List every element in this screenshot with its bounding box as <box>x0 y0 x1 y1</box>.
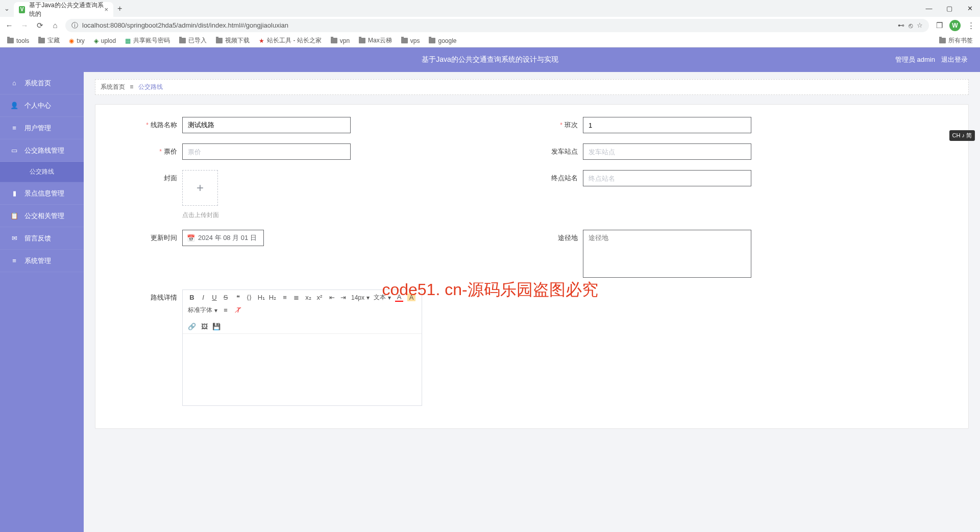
unordered-list-button[interactable]: ≣ <box>292 294 300 301</box>
indent-more-button[interactable]: ⇥ <box>339 294 347 301</box>
ime-indicator[interactable]: CH ♪ 简 <box>949 130 975 141</box>
underline-button[interactable]: U <box>210 294 218 301</box>
person-icon: 👤 <box>10 102 18 110</box>
sidebar-item-home[interactable]: ⌂系统首页 <box>0 72 84 94</box>
bookmark-item[interactable]: tools <box>4 36 32 45</box>
list-icon: ≡ <box>10 124 18 132</box>
italic-button[interactable]: I <box>199 294 207 301</box>
bookmark-item[interactable]: vpn <box>328 36 353 45</box>
sidebar-item-bus-route-mgmt[interactable]: ▭公交路线管理 <box>0 139 84 162</box>
breadcrumb-home[interactable]: 系统首页 <box>101 83 125 90</box>
main-area: 系统首页 ≡ 公交路线 *线路名称 *班次 *票价 <box>84 72 980 532</box>
home-icon: ⌂ <box>10 79 18 87</box>
h1-button[interactable]: H₁ <box>257 294 265 301</box>
upload-cover-box[interactable]: + <box>182 170 218 206</box>
key-icon[interactable]: ⊷ <box>898 21 904 29</box>
superscript-button[interactable]: x² <box>315 294 324 301</box>
price-label: *票价 <box>131 143 182 160</box>
strike-button[interactable]: S <box>222 294 230 301</box>
chat-icon: ▭ <box>10 147 18 155</box>
address-bar[interactable]: ⓘ localhost:8080/springboot2hda5/admin/d… <box>65 19 929 32</box>
app-header: 基于Java的公共交通查询系统的设计与实现 管理员 admin 退出登录 <box>0 47 980 72</box>
bookmark-item[interactable]: ★站长工具 - 站长之家 <box>256 35 325 46</box>
bookmark-item[interactable]: ◈uplod <box>91 36 119 45</box>
price-input[interactable] <box>182 143 351 160</box>
bookmark-item[interactable]: 已导入 <box>176 35 210 46</box>
url-text: localhost:8080/springboot2hda5/admin/dis… <box>82 21 894 29</box>
via-textarea[interactable] <box>583 230 751 278</box>
reload-button[interactable]: ⟳ <box>35 20 45 31</box>
bookmark-item[interactable]: Max云梯 <box>356 35 395 46</box>
terminal-label: 终点站名 <box>532 170 583 186</box>
frequency-label: *班次 <box>532 117 583 133</box>
logout-link[interactable]: 退出登录 <box>941 55 968 64</box>
font-family-select[interactable]: 标准字体▾ <box>188 306 217 315</box>
quote-button[interactable]: ❝ <box>234 294 242 301</box>
bookmark-item[interactable]: google <box>426 36 459 45</box>
profile-avatar[interactable]: W <box>949 20 961 31</box>
sidebar-item-users[interactable]: ≡用户管理 <box>0 117 84 139</box>
indent-less-button[interactable]: ⇤ <box>328 294 336 301</box>
bookmark-item[interactable]: vps <box>398 36 423 45</box>
image-button[interactable]: 🖼 <box>200 323 208 330</box>
browser-tab[interactable]: V 基于Java的公共交通查询系统的 × <box>14 2 113 17</box>
route-name-input[interactable] <box>182 117 351 133</box>
bold-button[interactable]: B <box>188 294 196 301</box>
admin-label[interactable]: 管理员 admin <box>895 55 935 64</box>
tab-title: 基于Java的公共交通查询系统的 <box>29 1 104 18</box>
close-window-button[interactable]: ✕ <box>960 0 980 17</box>
chevron-down-icon[interactable]: ⌄ <box>4 5 10 12</box>
extensions-button[interactable]: ❐ <box>934 20 944 31</box>
font-size-select[interactable]: 14px▾ <box>351 294 370 301</box>
sidebar-item-bus-route[interactable]: 公交路线 <box>0 162 84 182</box>
close-icon[interactable]: × <box>104 6 108 13</box>
bg-color-button[interactable]: A <box>407 294 415 301</box>
sidebar-item-feedback[interactable]: ✉留言反馈 <box>0 227 84 250</box>
marker-icon: ▮ <box>10 189 18 198</box>
app-title: 基于Java的公共交通查询系统的设计与实现 <box>422 55 558 64</box>
calendar-icon: 📅 <box>187 234 195 242</box>
form-panel: *线路名称 *班次 *票价 发车站点 <box>95 104 969 429</box>
editor-body[interactable] <box>183 334 422 405</box>
h2-button[interactable]: H₂ <box>268 294 277 301</box>
detail-label: 路线详情 <box>131 289 182 306</box>
sidebar-item-personal[interactable]: 👤个人中心 <box>0 94 84 117</box>
depart-input[interactable] <box>583 143 751 160</box>
clear-format-button[interactable]: T̸ <box>234 306 242 314</box>
align-button[interactable]: ≡ <box>222 306 230 314</box>
back-button[interactable]: ← <box>4 20 14 31</box>
all-bookmarks[interactable]: 所有书签 <box>936 35 976 46</box>
route-name-label: *线路名称 <box>131 117 182 133</box>
font-color-button[interactable]: A <box>395 293 403 302</box>
bookmark-item[interactable]: ◉txy <box>66 36 87 45</box>
sidebar-item-system[interactable]: ≡系统管理 <box>0 250 84 272</box>
save-button[interactable]: 💾 <box>212 323 220 330</box>
minimize-button[interactable]: — <box>919 0 939 17</box>
translate-icon[interactable]: ⎋ <box>909 21 913 30</box>
link-button[interactable]: 🔗 <box>188 323 196 330</box>
subscript-button[interactable]: x₂ <box>304 294 312 301</box>
forward-button[interactable]: → <box>19 20 30 31</box>
terminal-input[interactable] <box>583 170 751 186</box>
heading-select[interactable]: 文本▾ <box>374 293 391 302</box>
ordered-list-button[interactable]: ≡ <box>281 294 289 301</box>
sidebar-item-spots[interactable]: ▮景点信息管理 <box>0 182 84 205</box>
new-tab-button[interactable]: + <box>117 4 122 13</box>
menu-button[interactable]: ⋮ <box>966 20 976 31</box>
code-button[interactable]: ⟨⟩ <box>245 294 253 301</box>
sidebar-item-bus-related[interactable]: 📋公交相关管理 <box>0 205 84 227</box>
sidebar: ⌂系统首页 👤个人中心 ≡用户管理 ▭公交路线管理 公交路线 ▮景点信息管理 📋… <box>0 72 84 532</box>
plus-icon: + <box>197 181 204 195</box>
bookmark-item[interactable]: ▦共享账号密码 <box>122 35 173 46</box>
favicon-icon: V <box>19 6 25 13</box>
maximize-button[interactable]: ▢ <box>939 0 960 17</box>
frequency-input[interactable] <box>583 117 751 133</box>
bookmark-item[interactable]: 宝藏 <box>35 35 63 46</box>
site-info-icon[interactable]: ⓘ <box>71 21 78 30</box>
update-time-input[interactable]: 📅 2024 年 08 月 01 日 <box>182 230 264 246</box>
home-button[interactable]: ⌂ <box>50 20 60 31</box>
breadcrumb-sep: ≡ <box>130 83 133 90</box>
bookmark-icon[interactable]: ☆ <box>917 21 923 29</box>
bookmark-item[interactable]: 视频下载 <box>213 35 253 46</box>
editor-toolbar: B I U S ❝ ⟨⟩ H₁ H₂ <box>183 290 422 334</box>
